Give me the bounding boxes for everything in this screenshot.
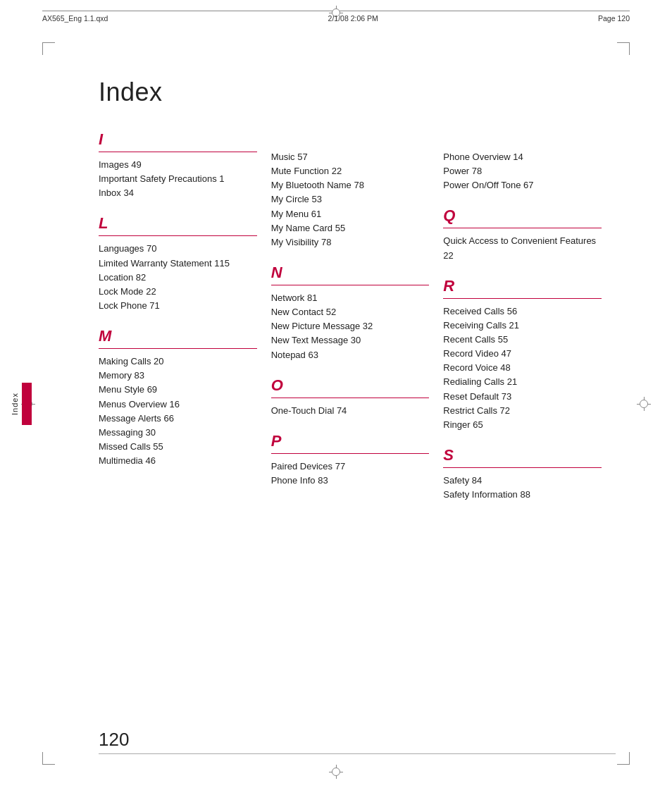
item-new-text-message: New Text Message 30 <box>271 333 430 347</box>
divider-M <box>99 348 257 349</box>
section-letter-R: R <box>443 277 602 295</box>
item-making-calls: Making Calls 20 <box>99 355 257 369</box>
item-multimedia: Multimedia 46 <box>99 454 257 468</box>
item-limited-warranty: Limited Warranty Statement 115 <box>99 257 257 271</box>
divider-I <box>99 152 257 152</box>
header-left: AX565_Eng 1.1.qxd <box>42 14 108 23</box>
divider-Q <box>443 228 602 228</box>
item-my-circle: My Circle 53 <box>271 192 430 207</box>
header-center: 2/1/08 2:06 PM <box>328 14 378 23</box>
item-images: Images 49 <box>99 158 257 172</box>
divider-P <box>271 453 430 454</box>
item-received-calls: Received Calls 56 <box>443 304 602 319</box>
section-N: N Network 81 New Contact 52 New Picture … <box>271 264 430 362</box>
section-letter-M: M <box>99 327 257 345</box>
item-menus-overview: Menus Overview 16 <box>99 398 257 412</box>
item-new-contact: New Contact 52 <box>271 305 430 319</box>
item-my-menu: My Menu 61 <box>271 207 430 221</box>
section-letter-L: L <box>99 214 257 233</box>
section-letter-P: P <box>271 432 430 450</box>
bottom-rule <box>99 753 616 754</box>
divider-S <box>443 467 602 468</box>
item-redialing-calls: Redialing Calls 21 <box>443 375 602 389</box>
index-col-3: Phone Overview 14 Power 78 Power On/Off … <box>443 130 616 516</box>
page-number: 120 <box>99 729 129 751</box>
corner-mark-tr <box>617 42 630 55</box>
item-my-name-card: My Name Card 55 <box>271 221 430 235</box>
index-content: I Images 49 Important Safety Precautions… <box>99 130 616 516</box>
item-message-alerts: Message Alerts 66 <box>99 412 257 426</box>
item-my-bluetooth-name: My Bluetooth Name 78 <box>271 178 430 192</box>
side-tab-bar <box>22 383 32 425</box>
side-tab: Index <box>0 0 42 807</box>
item-phone-overview: Phone Overview 14 <box>443 150 602 164</box>
item-music: Music 57 <box>271 150 430 164</box>
item-notepad: Notepad 63 <box>271 348 430 362</box>
section-letter-O: O <box>271 376 430 395</box>
item-one-touch-dial: One-Touch Dial 74 <box>271 404 430 418</box>
item-recent-calls: Recent Calls 55 <box>443 333 602 347</box>
item-ringer: Ringer 65 <box>443 418 602 432</box>
item-safety-information: Safety Information 88 <box>443 488 602 502</box>
header-bar: AX565_Eng 1.1.qxd 2/1/08 2:06 PM Page 12… <box>42 14 630 23</box>
item-safety: Safety 84 <box>443 474 602 488</box>
corner-mark-br <box>617 752 630 765</box>
section-P: P Paired Devices 77 Phone Info 83 <box>271 432 430 488</box>
section-letter-I: I <box>99 130 257 149</box>
item-lock-phone: Lock Phone 71 <box>99 299 257 313</box>
section-P-cont: Phone Overview 14 Power 78 Power On/Off … <box>443 150 602 192</box>
item-restrict-calls: Restrict Calls 72 <box>443 404 602 418</box>
item-location: Location 82 <box>99 271 257 285</box>
header-right: Page 120 <box>598 14 630 23</box>
item-paired-devices: Paired Devices 77 <box>271 460 430 474</box>
item-network: Network 81 <box>271 291 430 305</box>
index-col-1: I Images 49 Important Safety Precautions… <box>99 130 271 516</box>
item-record-video: Record Video 47 <box>443 347 602 361</box>
item-quick-access: Quick Access to Convenient Features 22 <box>443 234 602 262</box>
section-letter-N: N <box>271 264 430 282</box>
section-I: I Images 49 Important Safety Precautions… <box>99 130 257 200</box>
item-inbox: Inbox 34 <box>99 186 257 200</box>
section-M: M Making Calls 20 Memory 83 Menu Style 6… <box>99 327 257 468</box>
divider-O <box>271 398 430 398</box>
page-title: Index <box>99 78 163 107</box>
section-M-cont: Music 57 Mute Function 22 My Bluetooth N… <box>271 150 430 250</box>
section-L: L Languages 70 Limited Warranty Statemen… <box>99 214 257 313</box>
item-power: Power 78 <box>443 164 602 178</box>
item-memory: Memory 83 <box>99 369 257 383</box>
item-reset-default: Reset Default 73 <box>443 390 602 404</box>
corner-mark-bl <box>42 752 55 765</box>
corner-mark-tl <box>42 42 55 55</box>
index-col-2: Music 57 Mute Function 22 My Bluetooth N… <box>271 130 444 516</box>
section-S: S Safety 84 Safety Information 88 <box>443 446 602 502</box>
item-phone-info: Phone Info 83 <box>271 474 430 488</box>
item-important-safety: Important Safety Precautions 1 <box>99 172 257 186</box>
item-power-onoff-tone: Power On/Off Tone 67 <box>443 178 602 192</box>
section-letter-Q: Q <box>443 207 602 225</box>
section-O: O One-Touch Dial 74 <box>271 376 430 418</box>
section-R: R Received Calls 56 Receiving Calls 21 R… <box>443 277 602 432</box>
item-record-voice: Record Voice 48 <box>443 361 602 375</box>
item-messaging: Messaging 30 <box>99 426 257 440</box>
item-mute-function: Mute Function 22 <box>271 164 430 178</box>
item-receiving-calls: Receiving Calls 21 <box>443 319 602 333</box>
item-languages: Languages 70 <box>99 242 257 256</box>
item-missed-calls: Missed Calls 55 <box>99 440 257 454</box>
divider-N <box>271 285 430 285</box>
item-new-picture-message: New Picture Message 32 <box>271 319 430 333</box>
item-menu-style: Menu Style 69 <box>99 383 257 397</box>
right-crosshair <box>637 397 651 411</box>
item-lock-mode: Lock Mode 22 <box>99 285 257 299</box>
side-tab-label: Index <box>11 393 19 415</box>
divider-R <box>443 298 602 299</box>
section-Q: Q Quick Access to Convenient Features 22 <box>443 207 602 262</box>
item-my-visibility: My Visibility 78 <box>271 235 430 250</box>
bottom-center-crosshair <box>329 765 343 779</box>
divider-L <box>99 235 257 236</box>
section-letter-S: S <box>443 446 602 464</box>
